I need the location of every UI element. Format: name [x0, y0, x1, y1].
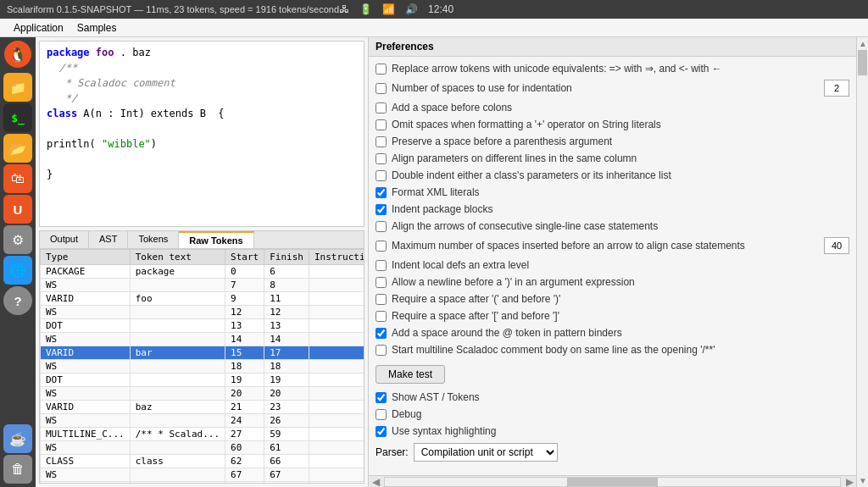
cell-instr: [309, 455, 364, 468]
indent-pkg-blocks-checkbox[interactable]: [376, 204, 387, 215]
main-layout: 🐧 📁 $_ 📂 🛍 U ⚙ 🌐 ? ☕ 🗑 package foo . baz…: [0, 37, 868, 487]
editor-line: /**: [47, 60, 357, 75]
table-row[interactable]: VARIDbaz2123: [41, 401, 364, 414]
table-row[interactable]: WS6767: [41, 468, 364, 482]
help-icon[interactable]: ?: [3, 286, 32, 315]
cell-text: foo: [130, 292, 225, 306]
space-before-colon-checkbox[interactable]: [376, 102, 387, 113]
cell-finish: 68: [264, 482, 309, 484]
cell-finish: 67: [264, 468, 309, 482]
pref-item-space-around-at: Add a space around the @ token in patter…: [376, 324, 849, 341]
space-after-lbracket-checkbox[interactable]: [376, 311, 387, 322]
table-row[interactable]: PACKAGEpackage06: [41, 265, 364, 279]
space-after-lcurl-checkbox[interactable]: [376, 294, 387, 305]
cell-instr: [309, 265, 364, 279]
make-test-button[interactable]: Make test: [376, 365, 445, 384]
preferences-scroll[interactable]: Replace arrow tokens with unicode equiva…: [369, 57, 856, 475]
table-row[interactable]: DOT1919: [41, 374, 364, 387]
debug-checkbox[interactable]: [376, 409, 387, 420]
tab-tokens[interactable]: Tokens: [128, 231, 179, 248]
tab-ast[interactable]: AST: [89, 231, 128, 248]
double-indent-checkbox[interactable]: [376, 170, 387, 181]
indent-local-defs-label: Indent local defs an extra level: [392, 259, 849, 271]
scrollbar-thumb[interactable]: [567, 478, 658, 486]
ubuntu-icon[interactable]: 🐧: [4, 41, 31, 68]
trash-icon[interactable]: 🗑: [3, 455, 32, 484]
cell-type: DOT: [41, 374, 131, 387]
cell-finish: 17: [264, 346, 309, 360]
cell-start: 20: [225, 387, 264, 401]
spaces-indentation-checkbox[interactable]: [376, 83, 387, 94]
table-row[interactable]: WS1818: [41, 360, 364, 374]
terminal-icon[interactable]: $_: [3, 103, 32, 132]
scrollbar-thumb-vert[interactable]: [858, 50, 867, 75]
files-icon[interactable]: 📁: [3, 73, 32, 102]
software-icon[interactable]: 🛍: [3, 164, 32, 193]
format-xml-checkbox[interactable]: [376, 187, 387, 198]
cell-instr: [309, 319, 364, 333]
align-arrows-checkbox[interactable]: [376, 221, 387, 232]
table-row[interactable]: MULTILINE_C.../** * Scalad...2759: [41, 428, 364, 441]
space-before-paren-checkbox[interactable]: [376, 136, 387, 147]
folder-icon[interactable]: 📂: [3, 134, 32, 163]
cell-start: 60: [225, 441, 264, 455]
cell-text: bar: [130, 346, 225, 360]
table-row[interactable]: WS6061: [41, 441, 364, 455]
table-row[interactable]: WS78: [41, 279, 364, 292]
table-row[interactable]: CLASSclass6266: [41, 455, 364, 468]
omit-spaces-plus-checkbox[interactable]: [376, 119, 387, 130]
scroll-right-btn[interactable]: ▶: [843, 476, 856, 488]
cell-start: 13: [225, 319, 264, 333]
scroll-down-btn[interactable]: ▼: [857, 474, 868, 487]
scroll-up-btn[interactable]: ▲: [857, 37, 868, 50]
scroll-left-btn[interactable]: ◀: [369, 476, 382, 488]
spaces-indentation-label: Number of spaces to use for indentation: [392, 82, 819, 94]
tab-raw-tokens[interactable]: Raw Tokens: [179, 231, 253, 248]
sidebar: 🐧 📁 $_ 📂 🛍 U ⚙ 🌐 ? ☕ 🗑: [0, 37, 36, 487]
ubuntuone-icon[interactable]: U: [3, 195, 32, 224]
cell-type: MULTILINE_C...: [41, 428, 131, 441]
menu-application[interactable]: Application: [7, 20, 70, 36]
scaladoc-body-checkbox[interactable]: [376, 345, 387, 356]
java-icon[interactable]: ☕: [3, 424, 32, 453]
vertical-scrollbar[interactable]: ▲ ▼: [856, 37, 868, 487]
arrow-tokens-checkbox[interactable]: [376, 64, 387, 75]
table-row[interactable]: WS2426: [41, 414, 364, 428]
max-arrow-spaces-checkbox[interactable]: [376, 241, 387, 252]
editor-line: [47, 121, 357, 136]
cell-text: package: [130, 265, 225, 279]
pref-item-format-xml: Format XML literals: [376, 184, 849, 201]
cell-start: 9: [225, 292, 264, 306]
table-row[interactable]: VARIDbar1517: [41, 346, 364, 360]
spaces-indentation-number[interactable]: [824, 80, 849, 97]
col-start: Start: [225, 250, 264, 265]
table-row[interactable]: WS2020: [41, 387, 364, 401]
align-params-checkbox[interactable]: [376, 153, 387, 164]
browser-icon[interactable]: 🌐: [3, 256, 32, 285]
space-around-at-checkbox[interactable]: [376, 328, 387, 339]
table-row[interactable]: DOT1313: [41, 319, 364, 333]
volume-icon: 🔊: [405, 3, 418, 15]
editor-line: class A(n : Int) extends B {: [47, 106, 357, 121]
cell-type: VARID: [41, 346, 131, 360]
scrollbar-track[interactable]: [384, 477, 841, 487]
menu-samples[interactable]: Samples: [70, 20, 124, 36]
show-ast-checkbox[interactable]: [376, 392, 387, 403]
token-table-wrapper[interactable]: Type Token text Start Finish Instruction…: [40, 249, 364, 483]
parser-select[interactable]: Compilation unit or scriptExpressionStat…: [414, 443, 558, 462]
table-row[interactable]: VARIDfoo911: [41, 292, 364, 306]
double-indent-label: Double indent either a class's parameter…: [392, 169, 849, 181]
table-row[interactable]: VARIDA6868: [41, 482, 364, 484]
table-row[interactable]: WS1212: [41, 306, 364, 319]
horizontal-scrollbar[interactable]: ◀ ▶: [369, 475, 856, 487]
settings-icon[interactable]: ⚙: [3, 225, 32, 254]
max-arrow-spaces-number[interactable]: [824, 237, 849, 254]
table-row[interactable]: WS1414: [41, 333, 364, 346]
tab-output[interactable]: Output: [40, 231, 89, 248]
syntax-highlight-checkbox[interactable]: [376, 426, 387, 437]
newline-rparen-checkbox[interactable]: [376, 277, 387, 288]
code-editor[interactable]: package foo . baz /** * Scaladoc comment…: [39, 41, 364, 227]
indent-local-defs-checkbox[interactable]: [376, 260, 387, 271]
space-around-at-label: Add a space around the @ token in patter…: [392, 327, 849, 339]
pref-item-scaladoc-body: Start multiline Scaladoc comment body on…: [376, 341, 849, 358]
